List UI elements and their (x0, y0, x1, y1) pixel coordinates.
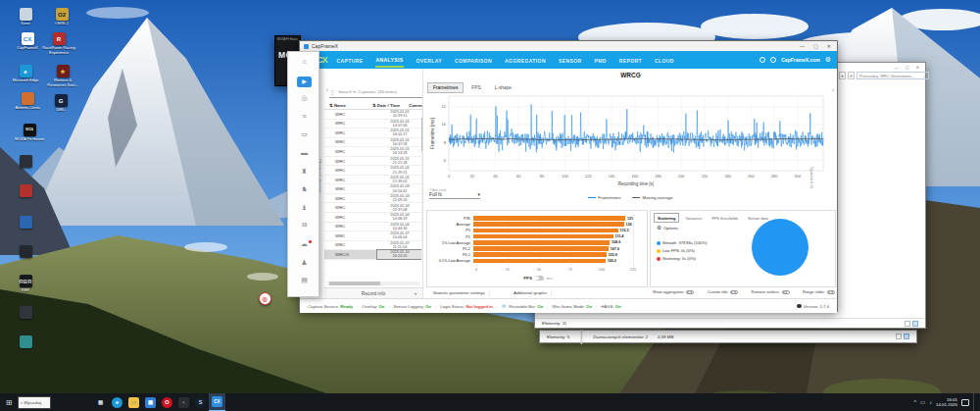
fps-ms-toggle[interactable]: FPSms (427, 276, 649, 281)
rail-pedals-icon[interactable]: ≡ (288, 113, 320, 120)
minimize-icon[interactable]: — (800, 43, 805, 49)
capture-row-wrc-13[interactable]: WRC2023-01-0710:06:04 (324, 231, 422, 241)
show-desktop-button[interactable] (973, 393, 976, 411)
system-info-label[interactable]: System Info (809, 167, 814, 188)
column-header-datetime[interactable]: ⇅ Date / Time (364, 103, 409, 108)
column-header-name[interactable]: ⇅ Name (324, 103, 364, 108)
rail-shifter-icon[interactable]: ♞ (288, 185, 320, 193)
bar[interactable] (473, 216, 625, 221)
left-expander-arrow[interactable]: › (326, 86, 328, 92)
bar[interactable] (473, 234, 613, 239)
capture-row-wrc-10[interactable]: WRC2023-01-0322:37:08 (324, 203, 422, 213)
horizontal-scrollbar[interactable] (327, 282, 420, 285)
minimize-icon[interactable]: — (895, 65, 899, 70)
legend-item-frametimes[interactable]: Frametimes (588, 195, 620, 200)
title-bar[interactable]: CapFrameX (300, 41, 837, 51)
capture-list-header[interactable]: ⇅ Name⇅ Date / TimeComment (324, 101, 422, 110)
nav-tab-report[interactable]: REPORT (619, 53, 642, 67)
maximize-icon[interactable]: ▢ (906, 65, 909, 70)
network-icon[interactable]: ▭ (920, 399, 925, 405)
capture-row-wrc-4[interactable]: WRC2023-01-0116:53:28 (324, 147, 422, 157)
right-expander-arrow[interactable]: ‹ (832, 86, 834, 92)
capture-row-wrc-6[interactable]: WRC2023-01-0121:29:51 (324, 166, 422, 176)
explorer-window-controls[interactable]: —▢✕ (895, 63, 919, 71)
thumbnail-view-icon[interactable] (904, 334, 909, 339)
refresh-icon[interactable]: ⟳ (848, 72, 855, 79)
bar[interactable] (473, 252, 607, 257)
nav-tab-comparison[interactable]: COMPARISON (455, 53, 492, 67)
window-controls[interactable]: — ▢ ✕ (800, 41, 831, 51)
desktop-icon-raceroom[interactable]: RRaceRoom Racing Experience (41, 32, 76, 55)
nav-tab-sensor[interactable]: SENSOR (559, 53, 582, 67)
action-center-icon[interactable] (961, 399, 969, 406)
volume-icon[interactable]: ♪ (929, 399, 932, 405)
desktop-icon-omsi2[interactable]: O2OMSI 2 (44, 8, 79, 26)
options-button[interactable]: ⚙ Options (657, 225, 678, 231)
analysis-tab-frametimes[interactable]: Frametimes (427, 82, 464, 93)
analysis-tab-fps[interactable]: FPS (466, 82, 486, 93)
capture-row-wrc-2[interactable]: WRC2023-01-0116:01:17 (324, 128, 422, 138)
desktop-icon-capframex[interactable]: CXCapFrameX (10, 32, 45, 51)
address-dropdown-icon[interactable]: ▾ (839, 72, 846, 79)
capture-row-wrc-0[interactable]: WRC2023-01-0110:39:11 (324, 110, 422, 120)
details-view-icon[interactable] (905, 321, 910, 327)
rail-capture-icon[interactable]: ▶ (288, 77, 320, 87)
taskbar-clock[interactable]: 16:01 14.01.2025 (936, 397, 957, 407)
additional-graphs-button[interactable]: Additional graphs⋮ (514, 289, 554, 295)
desktop-icon-misc-7[interactable] (8, 335, 43, 349)
refresh-icon[interactable]: ⟳ (502, 303, 506, 309)
desktop-icon-misc-4[interactable] (8, 245, 43, 259)
taskbar-app-opera[interactable]: O (159, 393, 175, 411)
details-view-icon[interactable] (896, 334, 902, 339)
bar[interactable] (473, 240, 610, 245)
desktop-icon-round-app[interactable]: ◎ (247, 292, 282, 306)
nav-tab-capture[interactable]: CAPTURE (337, 53, 364, 67)
rail-dash-icon[interactable]: 10 (288, 222, 320, 228)
taskbar-app-file-explorer[interactable]: ▭ (125, 393, 142, 411)
capture-row-wrc-5[interactable]: WRC2023-01-0121:21:28 (324, 157, 422, 167)
desktop-icon-edge[interactable]: eMicrosoft Edge (8, 65, 43, 83)
desktop-icon-misc-6[interactable] (8, 306, 43, 320)
rail-wheel-base-icon[interactable]: ▬ (288, 149, 320, 156)
rail-devices-icon[interactable]: ▤ (288, 277, 320, 284)
capture-row-wrc-1[interactable]: WRC2023-01-0114:07:06 (324, 120, 422, 129)
taskbar-app-edge[interactable]: e (109, 393, 125, 411)
y-axis-scale-dropdown[interactable]: Y-Axis scale Full fit▾ (429, 188, 480, 199)
rail-stalk-icon[interactable]: ♝ (288, 204, 320, 212)
capture-row-wrc-7[interactable]: WRC2023-01-0121:39:02 (324, 176, 422, 185)
thumbnail-view-icon[interactable] (912, 321, 918, 327)
website-link[interactable]: CapFrameX.com (781, 57, 819, 63)
close-icon[interactable]: ✕ (827, 43, 831, 49)
stutter-tab-variances[interactable]: Variances (681, 213, 706, 223)
taskbar-app-app-dark[interactable]: ▪ (175, 393, 192, 411)
taskbar-search[interactable]: ⌕ Wyszukaj (18, 396, 51, 409)
capture-row-wrc-11[interactable]: WRC2023-01-0410:08:29 (324, 213, 422, 223)
stutter-tab-stuttering[interactable]: Stuttering (654, 213, 679, 223)
taskbar-app-photos[interactable]: ▣ (142, 393, 159, 411)
notification-bell-icon[interactable] (760, 57, 765, 63)
desktop-icon-g-launcher[interactable]: GDMC (43, 94, 78, 113)
nav-tab-pmd[interactable]: PMD (594, 53, 606, 67)
toggle-showaggregation[interactable]: Show aggregation: (653, 289, 694, 294)
capture-row-wrc-14[interactable]: WRC2023-01-0711:21:54 (324, 241, 422, 251)
nav-tab-cloud[interactable]: CLOUD (655, 53, 674, 67)
toggle-rangeslider[interactable]: Range slider: (803, 289, 835, 294)
bar[interactable] (473, 222, 624, 227)
rail-handbrake-icon[interactable]: ♜ (288, 168, 320, 176)
statistic-parameter-settings-button[interactable]: Statistic parameter settings⋮ (433, 289, 492, 295)
capture-row-wrc-9[interactable]: WRC2023-01-0322:09:26 (324, 194, 422, 204)
taskbar-app-steam[interactable]: S (192, 393, 209, 411)
analysis-tab-l-shape[interactable]: L-shape (489, 82, 517, 93)
rail-home-icon[interactable]: ⌂ (288, 58, 320, 65)
taskbar-app-capframex[interactable]: CX (209, 393, 225, 411)
maximize-icon[interactable]: ▢ (813, 43, 818, 49)
desktop-icon-misc-3[interactable] (8, 216, 43, 230)
toggle-switch[interactable] (827, 290, 835, 294)
start-button[interactable]: ⊞ (0, 398, 18, 407)
capture-search-input[interactable]: ⋮ Search in 'Captures' (30 items) (329, 86, 423, 98)
desktop-icon-misc-5[interactable]: RBRRBR (8, 275, 43, 293)
capture-row-wrc-8[interactable]: WRC2023-01-0320:54:41 (324, 184, 422, 194)
desktop-icon-misc-1[interactable] (8, 155, 43, 169)
record-info-expander[interactable]: Record info ▾ (324, 287, 422, 298)
capture-row-wrc-3[interactable]: WRC2023-01-0116:47:58 (324, 138, 422, 148)
